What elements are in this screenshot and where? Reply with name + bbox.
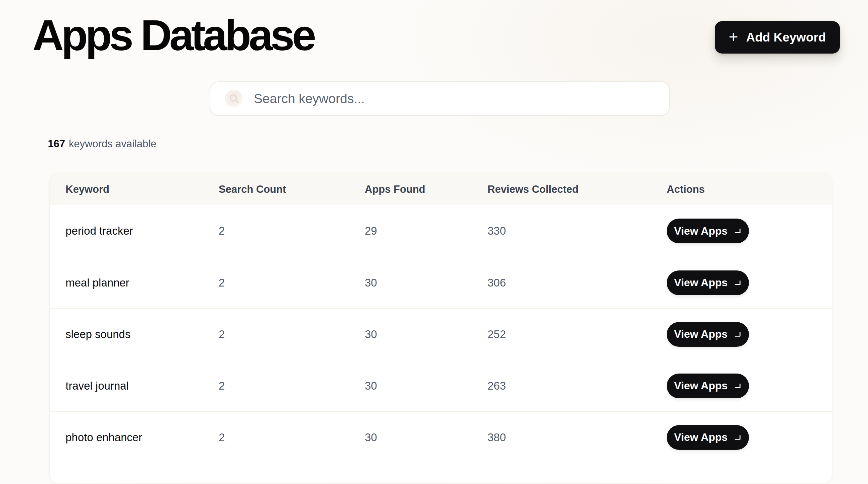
return-corner-icon: [734, 280, 742, 287]
table-row: period tracker 2 29 330 View Apps: [50, 205, 832, 257]
cell-reviews-collected: 330: [488, 225, 667, 237]
cell-keyword: period tracker: [65, 225, 219, 237]
view-apps-button[interactable]: View Apps: [667, 219, 749, 243]
search-keywords-input[interactable]: [254, 82, 669, 115]
keywords-table: Keyword Search Count Apps Found Reviews …: [50, 173, 832, 483]
column-header-actions: Actions: [667, 183, 832, 196]
view-apps-label: View Apps: [674, 431, 727, 444]
return-corner-icon: [734, 332, 742, 338]
return-corner-icon: [734, 228, 742, 235]
column-header-keyword: Keyword: [65, 183, 219, 196]
top-bar: Apps Database + Add Keyword: [0, 0, 868, 57]
cell-keyword: sleep sounds: [65, 328, 219, 341]
add-keyword-label: Add Keyword: [746, 30, 826, 45]
column-header-apps-found: Apps Found: [365, 183, 488, 196]
cell-apps-found: 30: [365, 431, 488, 444]
cell-search-count: 2: [219, 379, 365, 392]
table-row-partial: [50, 463, 832, 483]
cell-apps-found: 30: [365, 379, 488, 392]
keywords-count: 167 keywords available: [48, 137, 868, 151]
cell-search-count: 2: [219, 225, 365, 237]
table-row: sleep sounds 2 30 252 View Apps: [50, 308, 832, 360]
cell-apps-found: 29: [365, 225, 488, 237]
cell-apps-found: 30: [365, 277, 488, 289]
view-apps-label: View Apps: [674, 379, 727, 392]
view-apps-label: View Apps: [674, 225, 727, 237]
return-corner-icon: [734, 435, 742, 442]
page-title: Apps Database: [32, 13, 314, 57]
cell-apps-found: 30: [365, 328, 488, 341]
cell-search-count: 2: [219, 277, 365, 289]
cell-keyword: travel journal: [65, 379, 219, 392]
keywords-count-value: 167: [48, 137, 65, 151]
cell-search-count: 2: [219, 431, 365, 444]
view-apps-label: View Apps: [674, 328, 727, 340]
cell-reviews-collected: 252: [488, 328, 667, 341]
cell-keyword: meal planner: [65, 277, 219, 289]
search-icon: [225, 90, 243, 108]
plus-icon: +: [729, 29, 738, 45]
cell-reviews-collected: 380: [488, 431, 667, 444]
search-box[interactable]: [210, 81, 670, 116]
view-apps-button[interactable]: View Apps: [667, 271, 749, 295]
return-corner-icon: [734, 383, 742, 390]
cell-reviews-collected: 306: [488, 277, 667, 289]
search-section: [210, 81, 868, 116]
table-row: meal planner 2 30 306 View Apps: [50, 257, 832, 308]
keywords-count-label: keywords available: [69, 137, 156, 151]
table-body: period tracker 2 29 330 View Apps meal p…: [50, 205, 832, 463]
add-keyword-button[interactable]: + Add Keyword: [715, 21, 840, 54]
cell-search-count: 2: [219, 328, 365, 341]
table-row: travel journal 2 30 263 View Apps: [50, 360, 832, 411]
view-apps-button[interactable]: View Apps: [667, 374, 749, 398]
column-header-reviews-collected: Reviews Collected: [488, 183, 667, 196]
column-header-search-count: Search Count: [219, 183, 365, 196]
table-row: photo enhancer 2 30 380 View Apps: [50, 411, 832, 463]
view-apps-label: View Apps: [674, 277, 727, 289]
view-apps-button[interactable]: View Apps: [667, 322, 749, 347]
cell-keyword: photo enhancer: [65, 431, 219, 444]
cell-reviews-collected: 263: [488, 379, 667, 392]
table-header-row: Keyword Search Count Apps Found Reviews …: [50, 173, 832, 205]
view-apps-button[interactable]: View Apps: [667, 425, 749, 450]
